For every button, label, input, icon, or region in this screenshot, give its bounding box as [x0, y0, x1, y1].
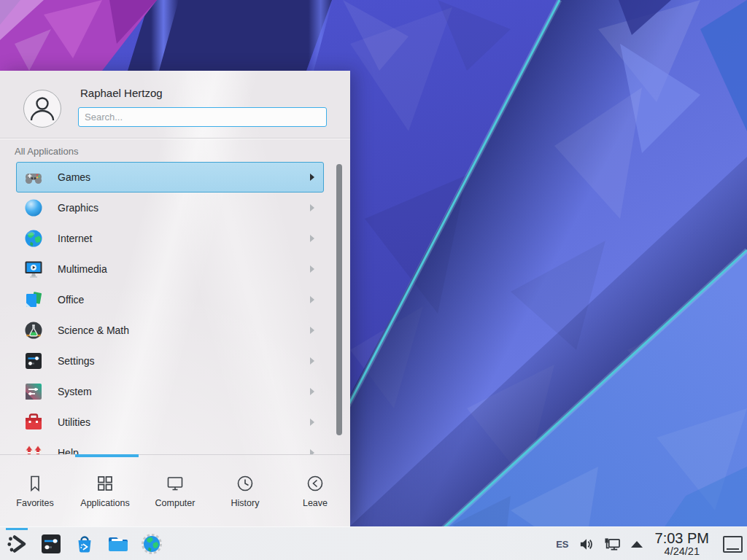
show-desktop-button[interactable]	[723, 536, 743, 553]
tab-leave[interactable]: Leave	[280, 455, 350, 527]
volume-icon[interactable]	[578, 537, 594, 552]
keyboard-layout-indicator[interactable]: ES	[556, 539, 568, 550]
chevron-right-icon	[310, 357, 314, 365]
help-arrows-icon	[23, 443, 44, 454]
sliders-icon	[23, 351, 44, 371]
menu-item-office[interactable]: Office	[16, 284, 324, 315]
tab-history[interactable]: History	[210, 455, 280, 527]
system-settings-icon	[39, 532, 63, 556]
tab-label: Favorites	[16, 498, 53, 508]
discover-bag-icon	[73, 532, 96, 556]
menu-item-internet[interactable]: Internet	[16, 223, 324, 254]
active-tab-indicator	[75, 454, 139, 457]
application-category-list: Games Graphics	[16, 162, 324, 454]
flask-icon	[23, 320, 44, 341]
discover-store-button[interactable]	[73, 532, 96, 556]
section-label: All Applications	[15, 146, 78, 157]
clock-date: 4/24/21	[655, 546, 709, 557]
chevron-right-icon	[310, 296, 314, 303]
taskbar: ES 7:03 PM 4/24/21	[0, 526, 747, 560]
file-manager-button[interactable]	[107, 532, 130, 556]
bookmark-icon	[26, 474, 44, 493]
user-name: Raphael Hertzog	[80, 87, 163, 99]
divider	[0, 138, 350, 139]
menu-item-multimedia[interactable]: Multimedia	[16, 254, 324, 284]
computer-icon	[166, 474, 185, 493]
expand-tray-icon[interactable]	[631, 541, 643, 548]
tab-label: Leave	[303, 498, 328, 508]
menu-item-graphics[interactable]: Graphics	[16, 192, 324, 223]
monitor-play-icon	[23, 259, 44, 279]
system-sliders-icon	[23, 381, 44, 402]
menu-item-label: Office	[58, 294, 84, 306]
avatar[interactable]	[23, 90, 61, 128]
tab-applications[interactable]: Applications	[70, 455, 140, 527]
user-icon	[24, 90, 61, 127]
menu-item-games[interactable]: Games	[16, 162, 324, 192]
menu-item-label: Games	[58, 171, 90, 183]
desktop: Raphael Hertzog All Applications	[0, 0, 747, 560]
kickoff-icon	[6, 532, 29, 556]
digital-clock[interactable]: 7:03 PM 4/24/21	[655, 531, 709, 557]
chevron-right-icon	[310, 174, 314, 181]
tab-label: History	[231, 498, 260, 508]
clock-icon	[236, 474, 255, 493]
menu-item-label: Internet	[58, 233, 92, 244]
tab-favorites[interactable]: Favorites	[0, 455, 70, 527]
application-launcher-panel: Raphael Hertzog All Applications	[0, 71, 350, 526]
tab-label: Applications	[80, 498, 129, 508]
chevron-right-icon	[310, 265, 314, 273]
tab-label: Computer	[155, 498, 196, 508]
system-settings-button[interactable]	[39, 532, 63, 556]
menu-item-label: Science & Math	[58, 324, 129, 336]
chevron-right-icon	[310, 449, 314, 454]
launcher-tab-bar: Favorites Applications	[0, 454, 350, 527]
scrollbar-thumb[interactable]	[336, 164, 342, 435]
menu-item-settings[interactable]: Settings	[16, 346, 324, 376]
toolbox-icon	[23, 412, 44, 432]
kickoff-launcher-button[interactable]	[6, 532, 29, 556]
chevron-right-icon	[310, 419, 314, 426]
chevron-right-icon	[310, 235, 314, 242]
chevron-right-icon	[310, 388, 314, 395]
menu-item-label: Help	[58, 447, 79, 454]
web-browser-button[interactable]	[140, 532, 163, 556]
menu-item-label: Graphics	[58, 202, 98, 214]
menu-item-help[interactable]: Help	[16, 438, 324, 454]
folder-icon	[107, 532, 130, 556]
network-icon[interactable]	[603, 537, 622, 552]
menu-item-science-math[interactable]: Science & Math	[16, 315, 324, 346]
menu-item-label: System	[58, 386, 92, 397]
search-input[interactable]	[78, 107, 327, 127]
globe-icon	[23, 228, 44, 249]
leave-icon	[306, 474, 325, 493]
documents-icon	[23, 289, 44, 310]
browser-globe-icon	[140, 532, 163, 556]
menu-item-label: Multimedia	[58, 263, 107, 275]
menu-item-label: Settings	[58, 355, 95, 367]
chevron-right-icon	[310, 204, 314, 211]
clock-time: 7:03 PM	[655, 531, 709, 546]
gamepad-icon	[23, 167, 44, 187]
sphere-icon	[23, 198, 44, 218]
grid-icon	[96, 474, 115, 493]
menu-item-label: Utilities	[58, 416, 90, 428]
tab-computer[interactable]: Computer	[140, 455, 210, 527]
menu-item-utilities[interactable]: Utilities	[16, 407, 324, 438]
chevron-right-icon	[310, 327, 314, 334]
menu-item-system[interactable]: System	[16, 376, 324, 407]
